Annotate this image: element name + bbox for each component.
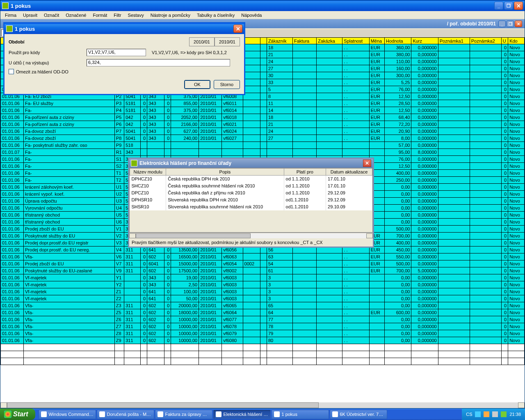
taskbar-item[interactable]: 1 pokus [272, 410, 329, 419]
cancel-button[interactable]: Storno [214, 80, 240, 89]
table-cell: 042 [124, 114, 141, 121]
table-row[interactable]: 01.01.06Fa- EU službyP3518103430855,0020… [1, 100, 525, 107]
table-cell: 0 [140, 100, 147, 107]
scroll-thumb[interactable] [136, 233, 251, 238]
table-row[interactable]: 01.01.06Prodej zboží do EUV7311060410150… [1, 260, 525, 267]
taskbar-item[interactable]: Faktura za úpravy … [155, 410, 212, 419]
list-item[interactable]: SHCZ10Česká republika souhrnné hlášení r… [130, 183, 372, 189]
table-row[interactable]: 01.01.06Vfa-Z83110602010000,002010/01vf6… [1, 330, 525, 337]
table-row[interactable]: 01.01.06Vfa-Z93110602010000,002010/01vf6… [1, 337, 525, 344]
taskbar-item[interactable]: Windows Command… [39, 410, 96, 419]
accounts-label: U účtů ( na výstupu) [9, 60, 87, 65]
column-header[interactable]: Měna [369, 38, 384, 44]
reports-dialog-close-button[interactable]: ✕ [363, 160, 371, 167]
scroll-left-arrow[interactable] [129, 233, 136, 238]
close-button[interactable]: ✕ [514, 2, 523, 10]
child-maximize-button[interactable]: ❐ [507, 21, 514, 27]
menu-item[interactable]: Označit [41, 12, 62, 18]
column-header[interactable]: Splatnost [342, 38, 369, 44]
tray-icon[interactable] [484, 411, 489, 417]
maximize-button[interactable]: ❐ [504, 2, 513, 10]
column-header[interactable]: Zakázka [317, 38, 342, 44]
table-row[interactable]: 01.01.06Fa-pořízení auta z cizinyP604203… [1, 121, 525, 128]
menu-item[interactable]: Označené [63, 12, 89, 18]
table-row[interactable]: 01.01.06Vfa-Z33110602020000,002010/01vf6… [1, 302, 525, 309]
scroll-right-arrow[interactable] [366, 233, 373, 238]
child-close-button[interactable]: ✕ [515, 21, 522, 27]
table-row[interactable]: 01.01.06Vf-majetekZ106410100,002010/01vf… [1, 288, 525, 295]
column-header[interactable]: Kdo [508, 38, 525, 44]
table-row[interactable]: 01.01.06Fa-dovoz zbožíP7504103430627,002… [1, 128, 525, 135]
scroll-thumb[interactable] [7, 402, 319, 408]
clock[interactable]: 21:38 [509, 412, 521, 417]
table-row[interactable]: 01.01.06Vf-majetekY2034302,502010/01vf60… [1, 281, 525, 288]
list-item[interactable]: SHSR10Slovenská republika souhrnné hláše… [130, 203, 372, 210]
menu-item[interactable]: Formát [90, 12, 110, 18]
period-dialog-close-button[interactable]: ✕ [233, 25, 242, 33]
language-indicator[interactable]: CS [466, 412, 472, 417]
table-row[interactable]: 01.01.06Fa-dovoz zbožíP8504103430240,002… [1, 135, 525, 142]
start-button[interactable]: Start [0, 409, 35, 420]
column-header[interactable]: Zákazník [267, 38, 292, 44]
tray-icon[interactable] [475, 411, 481, 417]
table-row[interactable]: 01.01.06Vfa-Z53110602018000,002010/01vf6… [1, 309, 525, 316]
scroll-track[interactable] [7, 402, 518, 408]
menu-item[interactable]: Filtr [111, 12, 124, 18]
taskbar-item[interactable]: Elektonická hlášení … [213, 410, 271, 419]
column-header[interactable]: Hodnota [385, 38, 411, 44]
period-from-input[interactable]: 2010/01 [189, 37, 215, 46]
ok-button[interactable]: OK [184, 80, 210, 89]
menu-item[interactable]: Sestavy [125, 12, 147, 18]
column-header[interactable]: Popis [166, 169, 284, 176]
column-header[interactable] [243, 38, 260, 44]
column-header[interactable]: Poznámka2 [470, 38, 501, 44]
table-row[interactable]: 01.01.06Fa-P4518103430375,002010/01vf601… [1, 107, 525, 114]
table-cell: 2010/01 [199, 260, 222, 267]
list-item[interactable]: DPHCZ10Česká republika DPH rok 2010od 1.… [130, 176, 372, 183]
menu-item[interactable]: Tabulky a číselníky [194, 12, 237, 18]
period-to-input[interactable]: 2010/01 [215, 37, 240, 46]
column-header[interactable]: Poznámka1 [438, 38, 470, 44]
list-item[interactable]: DPCZ10Česká republika daň z příjmu rok 2… [130, 189, 372, 196]
table-row[interactable]: 01.01.06Vfa-Z73110602010000,002010/01vf6… [1, 323, 525, 330]
taskbar-item[interactable]: Doručená pošta - M… [97, 410, 154, 419]
tray-icon[interactable] [501, 411, 507, 417]
column-header[interactable]: Datum aktualizace [326, 169, 372, 176]
menu-item[interactable]: Upravit [20, 12, 40, 18]
table-cell: 0,000000 [411, 260, 438, 267]
table-cell: 18000,00 [171, 309, 199, 316]
table-row[interactable]: 01.01.06Vf-majetekY10343019,002010/01vf6… [1, 274, 525, 281]
column-header[interactable]: U [501, 38, 508, 44]
taskbar-item[interactable]: 6K Účetnictví ver. 7… [330, 410, 387, 419]
table-cell [124, 288, 141, 295]
menu-item[interactable]: Nápověda [238, 12, 265, 18]
table-row[interactable]: 01.01.06Poskytnuté služby do EU-zaslanéV… [1, 267, 525, 274]
list-item[interactable]: DPHSR10Slovenská republika DPH rok 2010o… [130, 196, 372, 203]
table-row[interactable]: 01.01.07Fa-R134395,008,0000000Novo [1, 149, 525, 156]
minimize-button[interactable]: _ [494, 2, 503, 10]
menu-item[interactable]: Nástroje a pomůcky [148, 12, 193, 18]
table-row[interactable]: 01.01.06Vfa-V63110602016500,002010/01vf6… [1, 253, 525, 260]
column-header[interactable]: Faktura [292, 38, 316, 44]
table-row[interactable]: 01.01.06Vfa-Z63110602010000,002010/01vf6… [1, 316, 525, 323]
table-cell: vf6080 [222, 337, 243, 344]
menu-item[interactable]: Firma [2, 12, 19, 18]
limit-checkbox[interactable] [9, 69, 14, 74]
tray-icon[interactable] [492, 411, 498, 417]
column-header[interactable]: Kurz [411, 38, 438, 44]
codes-input[interactable]: V1,V2,V7,U6, [87, 49, 146, 56]
accounts-input[interactable]: 6,324, [87, 59, 230, 66]
reports-scrollbar[interactable] [129, 233, 373, 238]
table-row[interactable]: 01.01.06Vf-majetekZ20641050,002010/01vf6… [1, 295, 525, 302]
column-header[interactable] [260, 38, 267, 44]
scroll-right-arrow[interactable] [518, 402, 525, 408]
scroll-left-arrow[interactable] [0, 402, 7, 408]
table-row[interactable]: 01.01.06Fa- poskytnutí služby zahr. osoP… [1, 142, 525, 149]
horizontal-scrollbar[interactable] [0, 402, 525, 408]
table-cell [317, 288, 342, 295]
reports-list[interactable]: Název moduluPopisPlatí proDatum aktualiz… [129, 168, 373, 233]
table-row[interactable]: 01.01.06Fa-pořízení auta z cizinyP504203… [1, 114, 525, 121]
child-minimize-button[interactable]: _ [498, 21, 506, 27]
column-header[interactable]: Název modulu [130, 169, 166, 176]
column-header[interactable]: Platí pro [284, 169, 326, 176]
